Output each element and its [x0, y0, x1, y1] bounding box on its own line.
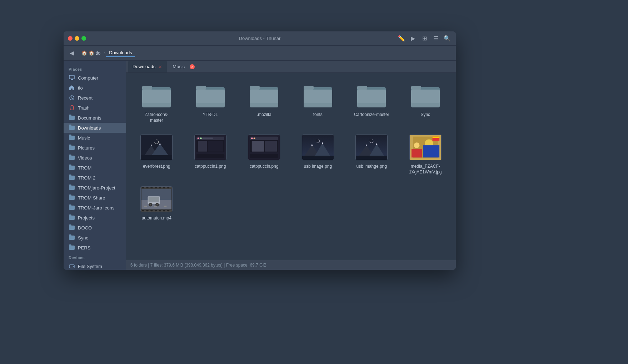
- folder-icon-wrapper: [302, 81, 334, 110]
- titlebar: Downloads - Thunar ✏️ ▶ ⊞ ☰ 🔍: [64, 31, 456, 46]
- file-item-catppuccin-png[interactable]: catppuccin.png: [239, 130, 289, 178]
- sidebar-label: Documents: [78, 115, 101, 121]
- sidebar-item-trom-share[interactable]: TROM Share: [64, 193, 126, 203]
- tab-music-label: Music: [173, 64, 185, 69]
- file-item-media-jpg[interactable]: media_FZACF-1XgAE1WmV.jpg: [401, 130, 450, 178]
- edit-icon[interactable]: ✏️: [397, 34, 406, 43]
- tab-downloads[interactable]: Downloads ✕: [128, 61, 167, 72]
- forward-icon[interactable]: ▶: [409, 34, 417, 43]
- sidebar-item-trom-jaro-icons[interactable]: TROM-Jaro Icons: [64, 203, 126, 213]
- list-view-icon[interactable]: ☰: [432, 34, 440, 43]
- svg-rect-85: [142, 187, 144, 188]
- sidebar-label: TROM 2: [78, 175, 95, 181]
- folder-icon-wrapper: [140, 81, 173, 110]
- maximize-button[interactable]: [81, 36, 86, 41]
- sidebar-item-tromjaro-project[interactable]: TROMjaro-Project: [64, 183, 126, 193]
- file-manager-window: Downloads - Thunar ✏️ ▶ ⊞ ☰ 🔍 ◀ 🏠 🏠 tio …: [64, 31, 456, 270]
- recent-icon: [69, 95, 75, 101]
- sidebar-item-computer[interactable]: Computer: [64, 73, 126, 83]
- status-bar: 6 folders | 7 files: 379,6 MiB (398.049.…: [126, 260, 456, 270]
- sidebar-item-trom2[interactable]: TROM 2: [64, 173, 126, 183]
- search-icon[interactable]: 🔍: [443, 34, 452, 43]
- tab-music[interactable]: Music ✕: [168, 61, 199, 72]
- sidebar: Places Computer tio Recent: [64, 61, 126, 270]
- svg-point-105: [150, 204, 151, 206]
- file-item-catppuccin1-png[interactable]: catppuccin1.png: [186, 130, 235, 178]
- sidebar-label: Downloads: [78, 125, 101, 131]
- computer-icon: [69, 75, 75, 81]
- svg-rect-92: [142, 210, 144, 212]
- file-item-sync[interactable]: Sync: [401, 79, 450, 126]
- file-item-automaton-mp4[interactable]: automaton.mp4: [132, 182, 181, 224]
- sidebar-item-pictures[interactable]: Pictures: [64, 143, 126, 153]
- image-thumb-wrapper: [194, 133, 226, 162]
- grid-view-icon[interactable]: ⊞: [420, 34, 429, 43]
- tab-close-downloads[interactable]: ✕: [158, 64, 163, 69]
- sidebar-item-doco[interactable]: DOCO: [64, 223, 126, 233]
- folder-icon: [69, 214, 75, 221]
- file-item-cartoonize-master[interactable]: Cartoonize-master: [347, 79, 397, 126]
- status-text: 6 folders | 7 files: 379,6 MiB (398.049.…: [130, 263, 266, 268]
- sidebar-label: TROM-Jaro Icons: [78, 205, 115, 211]
- sidebar-item-projects[interactable]: Projects: [64, 213, 126, 223]
- file-item-mozilla[interactable]: .mozilla: [239, 79, 289, 126]
- sidebar-item-trom[interactable]: TROM: [64, 163, 126, 173]
- file-grid: Zafiro-icons-master YTB-DL: [132, 79, 450, 224]
- places-label: Places: [64, 64, 126, 73]
- minimize-button[interactable]: [75, 36, 79, 41]
- file-name: automaton.mp4: [142, 216, 171, 221]
- sidebar-item-videos[interactable]: Videos: [64, 153, 126, 163]
- image-thumb: [248, 135, 280, 160]
- svg-rect-102: [149, 197, 159, 202]
- svg-point-68: [369, 139, 373, 142]
- sidebar-item-trash[interactable]: Trash: [64, 103, 126, 113]
- sidebar-item-pers[interactable]: PERS: [64, 243, 126, 253]
- svg-rect-73: [356, 156, 387, 160]
- file-item-usb-image-png[interactable]: usb image.png: [293, 130, 343, 178]
- file-item-usb-imahge-png[interactable]: usb imahge.png: [347, 130, 397, 178]
- sidebar-item-documents[interactable]: Documents: [64, 113, 126, 123]
- window-title: Downloads - Thunar: [239, 36, 281, 41]
- file-name: media_FZACF-1XgAE1WmV.jpg: [408, 164, 443, 175]
- sidebar-label: Projects: [78, 215, 95, 221]
- sidebar-item-filesystem[interactable]: File System: [64, 261, 126, 270]
- sidebar-item-sync[interactable]: Sync: [64, 233, 126, 243]
- file-grid-container[interactable]: Zafiro-icons-master YTB-DL: [126, 73, 456, 260]
- breadcrumb-downloads-label: Downloads: [109, 50, 132, 55]
- folder-icon: [69, 165, 75, 171]
- file-name: Zafiro-icons-master: [139, 112, 174, 123]
- file-item-zafiro-icons-master[interactable]: Zafiro-icons-master: [132, 79, 181, 126]
- image-thumb: [355, 135, 388, 160]
- svg-rect-94: [151, 210, 153, 212]
- svg-rect-30: [411, 86, 421, 90]
- folder-icon-wrapper: [409, 81, 442, 110]
- breadcrumb-home[interactable]: 🏠 🏠 tio: [79, 49, 103, 57]
- sidebar-label: Recent: [78, 95, 93, 101]
- folder-icon: [69, 194, 75, 201]
- svg-rect-32: [411, 90, 440, 103]
- tab-close-music[interactable]: ✕: [190, 64, 195, 69]
- file-item-everforest-png[interactable]: everforest.png: [132, 130, 181, 178]
- folder-icon: [69, 224, 75, 231]
- file-item-fonts[interactable]: fonts: [293, 79, 343, 126]
- folder-icon-wrapper: [355, 81, 388, 110]
- sidebar-item-downloads[interactable]: Downloads: [64, 123, 126, 133]
- sidebar-label: DOCO: [78, 225, 92, 231]
- sidebar-item-tio[interactable]: tio: [64, 83, 126, 93]
- breadcrumb-downloads[interactable]: Downloads: [106, 49, 135, 57]
- svg-rect-20: [250, 90, 278, 103]
- close-button[interactable]: [68, 36, 73, 41]
- file-item-ytb-dl[interactable]: YTB-DL: [186, 79, 235, 126]
- back-button[interactable]: ◀: [67, 49, 76, 58]
- folder-icon: [69, 204, 75, 211]
- sidebar-label: Music: [78, 135, 90, 141]
- svg-rect-54: [254, 138, 255, 139]
- video-thumb-wrapper: [140, 185, 173, 213]
- sidebar-item-music[interactable]: Music: [64, 133, 126, 143]
- svg-rect-26: [357, 86, 367, 90]
- folder-icon: [69, 115, 75, 121]
- image-thumb-wrapper: [355, 133, 388, 162]
- svg-rect-86: [146, 187, 149, 188]
- svg-rect-10: [142, 86, 152, 90]
- sidebar-item-recent[interactable]: Recent: [64, 93, 126, 103]
